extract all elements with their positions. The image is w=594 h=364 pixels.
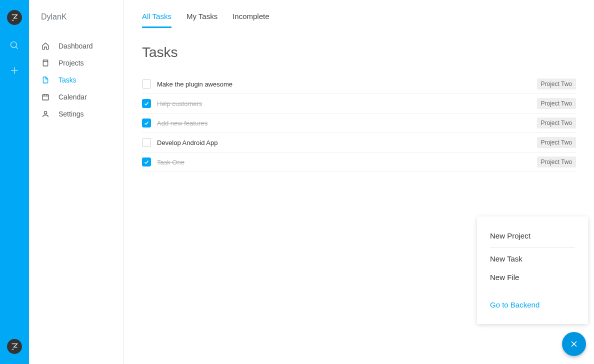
popover-backend-link[interactable]: Go to Backend [477, 296, 588, 314]
file-icon [41, 76, 50, 84]
sidebar: DylanK DashboardProjectsTasksCalendarSet… [29, 0, 124, 364]
task-project-badge[interactable]: Project Two [537, 156, 576, 168]
search-icon[interactable] [9, 40, 20, 51]
popover-item-new-file[interactable]: New File [477, 268, 588, 286]
sidebar-item-label: Tasks [58, 76, 76, 84]
user-name: DylanK [29, 12, 124, 38]
sidebar-item-settings[interactable]: Settings [29, 106, 124, 122]
sidebar-item-dashboard[interactable]: Dashboard [29, 38, 124, 54]
tab-all-tasks[interactable]: All Tasks [142, 12, 172, 28]
task-row[interactable]: Make the plugin awesomeProject Two [142, 74, 576, 94]
task-name: Develop Android App [157, 139, 537, 146]
task-checkbox[interactable] [142, 138, 151, 147]
tabs: All TasksMy TasksIncomplete [142, 12, 576, 28]
task-row[interactable]: Help customersProject Two [142, 94, 576, 114]
tab-my-tasks[interactable]: My Tasks [186, 12, 218, 28]
task-row[interactable]: Add new featuresProject Two [142, 114, 576, 133]
sidebar-item-tasks[interactable]: Tasks [29, 72, 124, 88]
sidebar-item-label: Projects [58, 59, 84, 67]
task-row[interactable]: Develop Android AppProject Two [142, 133, 576, 152]
task-project-badge[interactable]: Project Two [537, 118, 576, 128]
svg-line-1 [16, 47, 18, 49]
book-icon [41, 58, 50, 68]
svg-rect-4 [43, 60, 48, 66]
sidebar-item-label: Dashboard [58, 42, 93, 50]
page-title: Tasks [142, 44, 576, 60]
person-icon [41, 110, 50, 118]
sidebar-item-projects[interactable]: Projects [29, 54, 124, 72]
sidebar-item-label: Settings [58, 110, 84, 118]
task-name: Make the plugin awesome [157, 80, 537, 88]
create-popover: New Project New Task New File Go to Back… [477, 216, 588, 324]
app-logo-bottom[interactable] [7, 339, 22, 354]
task-name: Help customers [157, 100, 537, 108]
popover-item-new-task[interactable]: New Task [477, 250, 588, 268]
svg-point-0 [11, 42, 17, 48]
popover-divider [490, 247, 575, 248]
task-name: Task One [157, 158, 537, 166]
svg-rect-6 [42, 94, 48, 100]
app-logo[interactable] [7, 10, 22, 25]
sidebar-item-calendar[interactable]: Calendar [29, 88, 124, 106]
sidebar-item-label: Calendar [58, 93, 87, 101]
task-checkbox[interactable] [142, 118, 151, 128]
task-checkbox[interactable] [142, 99, 151, 108]
task-checkbox[interactable] [142, 158, 151, 166]
task-checkbox[interactable] [142, 80, 151, 88]
popover-item-new-project[interactable]: New Project [477, 226, 588, 245]
task-project-badge[interactable]: Project Two [537, 98, 576, 109]
task-name: Add new features [157, 120, 537, 127]
tab-incomplete[interactable]: Incomplete [232, 12, 269, 28]
task-list: Make the plugin awesomeProject TwoHelp c… [142, 74, 576, 172]
home-icon [41, 42, 50, 50]
svg-point-10 [44, 112, 46, 114]
fab-close-button[interactable] [562, 332, 586, 356]
task-project-badge[interactable]: Project Two [537, 137, 576, 148]
add-icon[interactable] [9, 65, 20, 76]
calendar-icon [41, 92, 50, 102]
task-row[interactable]: Task OneProject Two [142, 152, 576, 172]
task-project-badge[interactable]: Project Two [537, 78, 576, 90]
rail [0, 0, 29, 364]
main-content: All TasksMy TasksIncomplete Tasks Make t… [124, 0, 594, 364]
